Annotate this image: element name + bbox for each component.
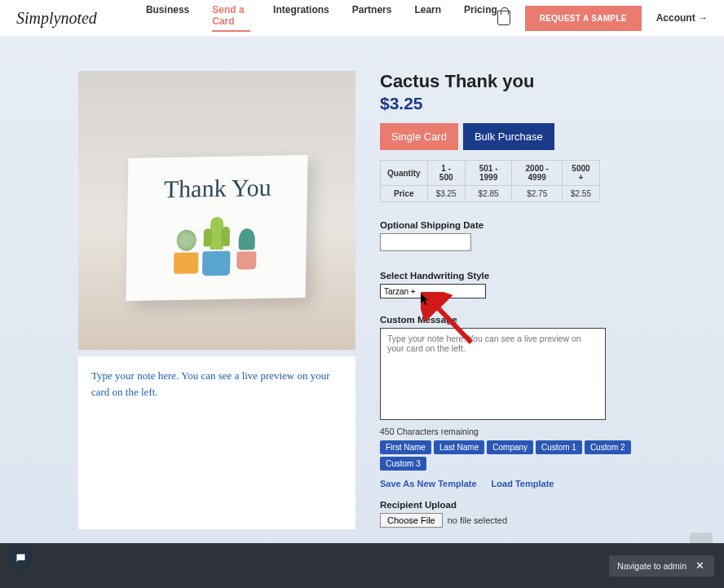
cart-icon[interactable] [497, 11, 510, 25]
product-title: Cactus Thank you [380, 71, 657, 92]
merge-field-buttons: First Name Last Name Company Custom 1 Cu… [380, 440, 657, 471]
left-column: Thank You Type your note here. You can s… [78, 71, 355, 569]
table-header: 501 - 1999 [465, 161, 512, 186]
single-card-tab[interactable]: Single Card [380, 123, 458, 150]
site-header: Simplynoted Business Send a Card Integra… [0, 0, 724, 37]
content: Thank You Type your note here. You can s… [0, 37, 724, 569]
cactus-illustration [135, 215, 298, 279]
template-links: Save As New Template Load Template [380, 479, 657, 489]
nav-learn[interactable]: Learn [414, 4, 441, 32]
logo[interactable]: Simplynoted [16, 9, 97, 28]
bulk-purchase-tab[interactable]: Bulk Purchase [463, 123, 554, 150]
nav-pricing[interactable]: Pricing [464, 4, 497, 32]
product-price: $3.25 [380, 94, 657, 113]
table-header: 2000 - 4999 [512, 161, 562, 186]
table-header: Quantity [381, 161, 428, 186]
table-cell: $3.25 [427, 186, 465, 202]
handwriting-style-select[interactable]: Tarzan + [380, 284, 486, 298]
nav-integrations[interactable]: Integrations [273, 4, 329, 32]
admin-bar: Navigate to admin ✕ [0, 543, 724, 588]
table-cell: $2.55 [562, 186, 599, 202]
table-header: 1 - 500 [427, 161, 465, 186]
load-template-link[interactable]: Load Template [492, 479, 554, 489]
card-mockup: Thank You [126, 155, 307, 301]
request-sample-button[interactable]: REQUEST A SAMPLE [525, 6, 642, 31]
account-link[interactable]: Account → [656, 12, 708, 24]
handwriting-style-label: Select Handwriting Style [380, 271, 657, 281]
nav-business[interactable]: Business [146, 4, 189, 32]
purchase-mode-tabs: Single Card Bulk Purchase [380, 123, 657, 150]
recipient-upload-label: Recipient Upload [380, 500, 657, 510]
table-cell: $2.85 [465, 186, 512, 202]
close-icon[interactable]: ✕ [693, 559, 706, 573]
merge-custom1-button[interactable]: Custom 1 [536, 440, 582, 454]
header-right: REQUEST A SAMPLE Account → [497, 6, 708, 31]
right-column: Cactus Thank you $3.25 Single Card Bulk … [380, 71, 657, 569]
table-row-label: Price [381, 186, 428, 202]
card-script-text: Thank You [136, 173, 300, 203]
merge-first-name-button[interactable]: First Name [380, 440, 431, 454]
character-count: 450 Characters remaining [380, 427, 657, 436]
nav-partners[interactable]: Partners [352, 4, 392, 32]
merge-custom2-button[interactable]: Custom 2 [585, 440, 631, 454]
shipping-date-input[interactable] [380, 233, 471, 251]
file-upload-row: Choose File no file selected [380, 513, 657, 528]
custom-message-label: Custom Message [380, 315, 657, 325]
merge-company-button[interactable]: Company [487, 440, 533, 454]
chat-widget-button[interactable] [8, 546, 33, 570]
navigate-admin-pill[interactable]: Navigate to admin ✕ [609, 555, 714, 577]
live-preview-box: Type your note here. You can see a live … [78, 356, 355, 529]
nav-send-card[interactable]: Send a Card [212, 4, 250, 32]
table-header: 5000 + [562, 161, 599, 186]
main-nav: Business Send a Card Integrations Partne… [146, 4, 497, 32]
file-status-text: no file selected [448, 515, 507, 525]
shipping-date-label: Optional Shipping Date [380, 220, 657, 230]
choose-file-button[interactable]: Choose File [380, 513, 443, 528]
save-template-link[interactable]: Save As New Template [380, 479, 477, 489]
custom-message-textarea[interactable] [380, 328, 606, 420]
bulk-price-table: Quantity 1 - 500 501 - 1999 2000 - 4999 … [380, 160, 600, 202]
table-cell: $2.75 [512, 186, 562, 202]
merge-last-name-button[interactable]: Last Name [434, 440, 484, 454]
merge-custom3-button[interactable]: Custom 3 [380, 457, 426, 471]
navigate-admin-label: Navigate to admin [617, 561, 686, 571]
product-image: Thank You [78, 71, 355, 350]
